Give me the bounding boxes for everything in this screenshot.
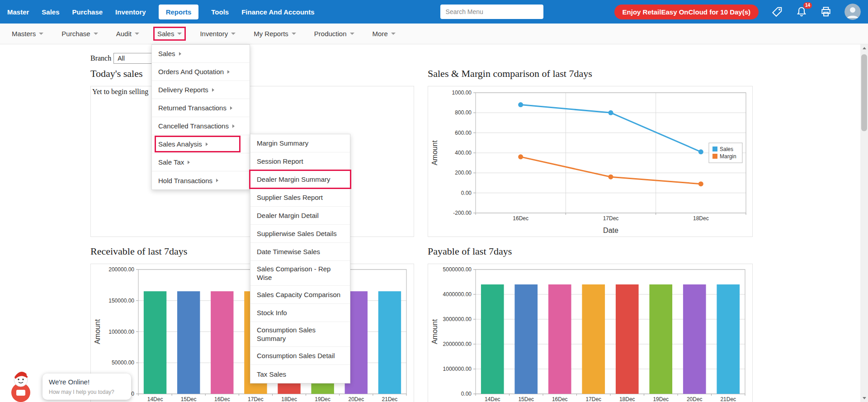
scrollbar[interactable] (860, 44, 868, 402)
menu-label: Delivery Reports (158, 85, 208, 94)
chat-bubble[interactable]: We're Online! How may I help you today? (42, 374, 131, 400)
sales-margin-chart-title: Sales & Margin comparison of last 7days (428, 68, 592, 80)
menu-label: Supplier Sales Report (257, 193, 323, 202)
subnav-label: More (373, 30, 388, 38)
menu-item-returned-transactions[interactable]: Returned Transactions (152, 99, 250, 117)
bell-icon[interactable]: 14 (796, 6, 807, 18)
avatar[interactable] (844, 4, 861, 20)
subnav-item-my-reports[interactable]: My Reports (254, 30, 296, 38)
topbar-item-sales[interactable]: Sales (42, 8, 59, 16)
menu-item-cancelled-transactions[interactable]: Cancelled Transactions (152, 117, 250, 135)
printer-icon[interactable] (820, 6, 832, 18)
chevron-down-icon (177, 33, 182, 35)
chevron-right-icon (212, 88, 214, 92)
svg-text:Amount: Amount (431, 140, 439, 166)
submenu-item-tax-sales[interactable]: Tax Sales (250, 365, 350, 383)
subnav-item-audit[interactable]: Audit (116, 30, 139, 38)
chevron-right-icon (206, 142, 208, 146)
svg-text:15Dec: 15Dec (181, 396, 197, 402)
submenu-item-margin-summary[interactable]: Margin Summary (250, 134, 350, 152)
svg-text:3000000.00: 3000000.00 (443, 316, 472, 322)
submenu-item-sales-capacity-comparison[interactable]: Sales Capacity Comparison (250, 286, 350, 304)
menu-label: Sales Capacity Comparison (257, 290, 340, 299)
svg-text:17Dec: 17Dec (585, 396, 601, 402)
topbar-item-master[interactable]: Master (7, 8, 29, 16)
svg-text:18Dec: 18Dec (619, 396, 635, 402)
promo-button[interactable]: Enjoy RetailEasy OnCloud for 10 Day(s) (614, 5, 759, 19)
svg-text:16Dec: 16Dec (513, 215, 528, 222)
chat-widget[interactable]: We're Online! How may I help you today? (4, 369, 131, 402)
app-screen: Master Sales Purchase Inventory Reports … (0, 0, 868, 402)
subnav-item-purchase[interactable]: Purchase (61, 30, 98, 38)
chevron-right-icon (232, 124, 235, 128)
scroll-down-icon[interactable] (860, 394, 868, 402)
chat-prompt-text: How may I help you today? (49, 389, 125, 395)
payable-chart: 0.001000000.002000000.003000000.00400000… (428, 264, 753, 402)
chevron-down-icon (94, 33, 98, 35)
menu-label: Supplierwise Sales Details (257, 229, 337, 238)
svg-text:15Dec: 15Dec (518, 396, 534, 402)
svg-text:Sales: Sales (720, 146, 733, 152)
svg-text:200.00: 200.00 (455, 170, 472, 176)
menu-label: Margin Summary (257, 139, 308, 147)
svg-text:17Dec: 17Dec (603, 215, 619, 222)
search-input[interactable] (440, 5, 543, 19)
menu-item-hold-transactions[interactable]: Hold Transactions (152, 171, 250, 189)
topbar-item-tools[interactable]: Tools (211, 8, 229, 16)
menu-label: Orders And Quotation (158, 67, 224, 76)
chevron-down-icon (231, 33, 236, 35)
topbar-item-inventory[interactable]: Inventory (115, 8, 146, 16)
menu-item-sales[interactable]: Sales (152, 45, 250, 63)
topbar-item-reports[interactable]: Reports (159, 5, 199, 19)
submenu-item-consumption-sales-summary[interactable]: Consumption Sales Summary (250, 322, 350, 347)
menu-item-sale-tax[interactable]: Sale Tax (152, 153, 250, 171)
menu-item-sales-analysis[interactable]: Sales Analysis (152, 135, 250, 153)
chevron-right-icon (188, 161, 190, 164)
submenu-item-date-timewise-sales[interactable]: Date Timewise Sales (250, 243, 350, 261)
submenu-item-supplierwise-sales-details[interactable]: Supplierwise Sales Details (250, 225, 350, 243)
menu-label: Hold Transactions (158, 176, 212, 185)
subnav-label: My Reports (254, 30, 288, 38)
menu-item-orders-and-quotation[interactable]: Orders And Quotation (152, 63, 250, 81)
svg-text:20Dec: 20Dec (348, 396, 364, 402)
topbar-item-finance-and-accounts[interactable]: Finance And Accounts (241, 8, 314, 16)
submenu-item-dealer-margin-summary[interactable]: Dealer Margin Summary (250, 170, 350, 189)
subnav-item-masters[interactable]: Masters (12, 30, 43, 38)
chat-mascot[interactable] (4, 369, 40, 402)
svg-text:1000000.00: 1000000.00 (443, 366, 472, 372)
svg-text:0.00: 0.00 (461, 391, 472, 397)
svg-text:14Dec: 14Dec (147, 396, 163, 402)
menu-label: Consumption Sales Detail (257, 351, 335, 360)
tag-icon[interactable] (771, 6, 783, 18)
submenu-item-sales-comparison-rep-wise[interactable]: Sales Comparison - Rep Wise (250, 261, 350, 286)
subnav-item-production[interactable]: Production (314, 30, 354, 38)
menu-label: Session Report (257, 157, 303, 166)
chevron-down-icon (350, 33, 354, 35)
menu-item-delivery-reports[interactable]: Delivery Reports (152, 81, 250, 99)
menu-label: Dealer Margin Summary (257, 175, 330, 184)
svg-text:200000.00: 200000.00 (108, 266, 134, 273)
subnav-label: Inventory (200, 30, 228, 38)
chevron-down-icon (135, 33, 139, 35)
subnav-item-more[interactable]: More (373, 30, 396, 38)
submenu-item-dealer-margin-detail[interactable]: Dealer Margin Detail (250, 207, 350, 225)
topbar-item-purchase[interactable]: Purchase (72, 8, 103, 16)
svg-text:100000.00: 100000.00 (108, 329, 134, 335)
today-sales-empty-message: Yet to begin selling (91, 86, 414, 97)
svg-text:Date: Date (603, 227, 618, 234)
sales-analysis-submenu: Margin Summary Session Report Dealer Mar… (250, 134, 350, 383)
submenu-item-session-report[interactable]: Session Report (250, 152, 350, 170)
subnav-item-inventory[interactable]: Inventory (200, 30, 236, 38)
subnav-label: Production (314, 30, 347, 38)
submenu-item-stock-info[interactable]: Stock Info (250, 304, 350, 322)
subnav-label: Audit (116, 30, 132, 38)
subnav-item-sales[interactable]: Sales (157, 30, 182, 38)
submenu-item-consumption-sales-detail[interactable]: Consumption Sales Detail (250, 347, 350, 365)
scrollbar-thumb[interactable] (861, 54, 867, 131)
svg-text:600.00: 600.00 (455, 130, 472, 136)
topbar: Master Sales Purchase Inventory Reports … (0, 0, 868, 24)
submenu-item-supplier-sales-report[interactable]: Supplier Sales Report (250, 189, 350, 207)
menu-label: Sale Tax (158, 158, 184, 166)
svg-text:14Dec: 14Dec (485, 396, 500, 402)
scroll-up-icon[interactable] (860, 44, 868, 52)
